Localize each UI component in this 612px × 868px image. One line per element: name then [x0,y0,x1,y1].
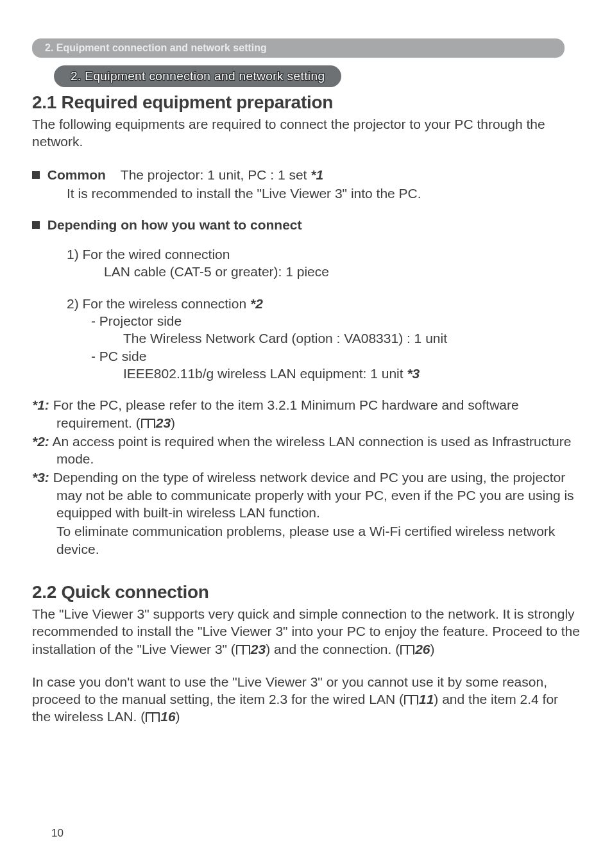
common-line: Common The projector: 1 unit, PC : 1 set… [32,166,580,183]
footnote-3: *3: Depending on the type of wireless ne… [32,469,580,521]
pc-side-detail-a: IEEE802.11b/g wireless LAN equipment: 1 … [123,366,407,381]
manual-ref-icon [236,645,250,655]
common-subline: It is recommended to install the "Live V… [32,185,580,202]
breadcrumb-band: 2. Equipment connection and network sett… [32,38,565,58]
q2-c: ) [176,709,180,724]
q2-ref1: 11 [419,692,434,706]
section-pill: 2. Equipment connection and network sett… [54,65,341,87]
heading-2-2: 2.2 Quick connection [32,582,580,603]
fn1-a: For the PC, please refer to the item 3.2… [49,397,519,430]
manual-ref-icon [146,712,160,722]
q1-b: ) and the connection. ( [266,642,400,656]
wireless-head: 2) For the wireless connection *2 [32,295,580,312]
wired-head: 1) For the wired connection [32,246,580,263]
pc-side-detail: IEEE802.11b/g wireless LAN equipment: 1 … [32,365,580,382]
depending-label: Depending on how you want to connect [47,217,302,232]
footnote-2: *2: An access point is required when the… [32,433,580,468]
fn2-text: An access point is required when the wir… [49,434,572,466]
footnote-ref-3: *3 [407,366,420,381]
quick-paragraph-1: The "Live Viewer 3" supports very quick … [32,605,580,658]
fn2-label: *2: [32,434,49,449]
footnote-1: *1: For the PC, please refer to the item… [32,396,580,431]
depending-heading: Depending on how you want to connect [32,217,580,233]
q1-ref1: 23 [251,642,266,656]
square-bullet-icon [32,221,40,229]
square-bullet-icon [32,171,40,179]
wired-detail: LAN cable (CAT-5 or greater): 1 piece [32,263,580,280]
section-pill-text: 2. Equipment connection and network sett… [71,69,325,83]
fn1-label: *1: [32,397,49,412]
footnote-ref-2: *2 [250,296,263,311]
fn1-ref: 23 [156,415,171,430]
intro-2-1: The following equipments are required to… [32,115,580,151]
footnote-3-cont: To eliminate communication problems, ple… [56,522,580,558]
common-label: Common [47,167,106,182]
heading-2-1: 2.1 Required equipment preparation [32,92,580,113]
q1-ref2: 26 [415,642,430,656]
manual-ref-icon [404,695,418,705]
page-number: 10 [51,827,64,840]
common-line-rest: The projector: 1 unit, PC : 1 set [121,167,310,182]
fn3-label: *3: [32,470,49,485]
fn1-b: ) [171,415,175,430]
manual-ref-icon [141,419,155,428]
footnote-block: *1: For the PC, please refer to the item… [32,396,580,558]
quick-paragraph-2: In case you don't want to use the "Live … [32,673,580,726]
fn3-text: Depending on the type of wireless networ… [49,470,574,520]
footnote-ref-1: *1 [310,167,323,182]
breadcrumb-text: 2. Equipment connection and network sett… [45,42,267,54]
q1-c: ) [430,642,435,656]
projector-side-detail: The Wireless Network Card (option : VA08… [32,330,580,347]
projector-side-label: - Projector side [32,312,580,330]
wireless-head-a: 2) For the wireless connection [67,296,250,311]
manual-ref-icon [400,645,414,655]
pc-side-label: - PC side [32,347,580,365]
q2-ref2: 16 [160,709,175,724]
